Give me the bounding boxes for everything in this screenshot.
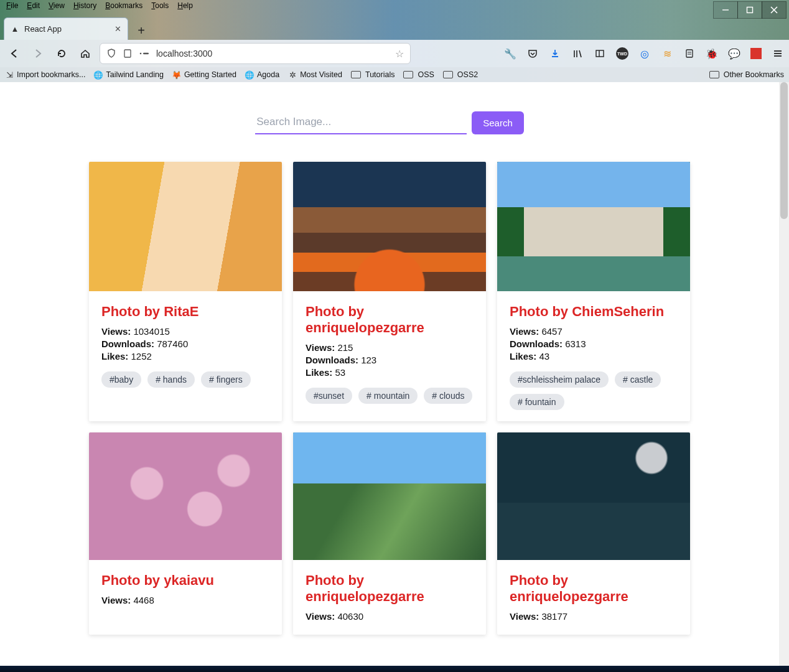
extension-blue-icon[interactable]: ◎: [638, 47, 651, 60]
tab-strip: ▲ React App ✕ +: [0, 11, 789, 40]
search-input[interactable]: [255, 111, 467, 134]
bm-getting-started[interactable]: 🦊Getting Started: [172, 70, 236, 79]
tag[interactable]: # mountain: [358, 388, 418, 404]
shield-icon: [106, 49, 116, 58]
menu-history[interactable]: History: [70, 1, 100, 11]
bm-tailwind[interactable]: 🌐Tailwind Landing: [94, 70, 163, 79]
toolbar-right: 🔧 TWD ◎ ≋ 🐞 💬: [504, 47, 784, 60]
bookmark-star-button[interactable]: ☆: [395, 48, 404, 60]
tag[interactable]: #sunset: [306, 388, 352, 404]
bm-label: Tailwind Landing: [106, 70, 163, 79]
card-body: Photo by enriquelopezgarreViews: 38177: [497, 560, 690, 635]
hamburger-menu-button[interactable]: [772, 47, 784, 60]
permissions-icon: [139, 49, 150, 58]
window-maximize-button[interactable]: [737, 1, 762, 19]
card-title[interactable]: Photo by enriquelopezgarre: [306, 304, 474, 336]
card-title[interactable]: Photo by enriquelopezgarre: [510, 572, 678, 605]
download-icon[interactable]: [549, 47, 561, 60]
menu-view[interactable]: View: [45, 1, 68, 11]
wrench-icon[interactable]: 🔧: [504, 47, 516, 60]
page-scrollbar[interactable]: [779, 82, 789, 672]
red-extension-icon[interactable]: [750, 48, 762, 59]
card-downloads: Downloads: 6313: [510, 338, 678, 349]
tag[interactable]: # clouds: [424, 388, 472, 404]
tab-react-app[interactable]: ▲ React App ✕: [4, 17, 128, 40]
card-thumbnail[interactable]: [89, 432, 282, 560]
bm-label: Most Visited: [300, 70, 342, 79]
image-card: Photo by enriquelopezgarreViews: 40630: [293, 432, 486, 635]
window-minimize-button[interactable]: [713, 1, 738, 19]
menu-bookmarks[interactable]: Bookmarks: [101, 1, 146, 11]
card-body: Photo by enriquelopezgarreViews: 40630: [293, 560, 486, 635]
extension-stripes-icon[interactable]: ≋: [661, 47, 673, 60]
sidebar-icon[interactable]: [594, 47, 606, 60]
card-title[interactable]: Photo by RitaE: [101, 304, 269, 320]
bm-folder-tutorials[interactable]: Tutorials: [351, 70, 394, 79]
window-close-button[interactable]: [762, 1, 787, 19]
card-thumbnail[interactable]: [293, 432, 486, 560]
tag[interactable]: #baby: [101, 371, 141, 388]
menu-edit[interactable]: Edit: [23, 1, 44, 11]
tag[interactable]: # fountain: [510, 394, 564, 410]
bm-label: Tutorials: [365, 70, 394, 79]
svg-rect-6: [143, 53, 149, 55]
image-card: Photo by RitaEViews: 1034015Downloads: 7…: [89, 162, 282, 421]
scrollbar-thumb[interactable]: [780, 82, 788, 219]
home-button[interactable]: [76, 44, 95, 63]
bm-import[interactable]: ⇲Import bookmarks...: [5, 70, 85, 79]
arrow-right-icon: [32, 48, 44, 59]
bm-most-visited[interactable]: ✲Most Visited: [288, 70, 342, 79]
search-bar: Search: [0, 111, 779, 134]
pocket-icon[interactable]: [526, 47, 539, 60]
bm-other-bookmarks[interactable]: Other Bookmarks: [709, 70, 784, 79]
card-title[interactable]: Photo by ChiemSeherin: [510, 304, 678, 320]
image-card: Photo by enriquelopezgarreViews: 215Down…: [293, 162, 486, 421]
chat-extension-icon[interactable]: 💬: [728, 47, 740, 60]
twd-extension-icon[interactable]: TWD: [616, 47, 628, 60]
svg-rect-10: [596, 50, 604, 57]
card-title[interactable]: Photo by ykaiavu: [101, 572, 269, 589]
forward-button[interactable]: [29, 44, 47, 63]
bm-folder-oss2[interactable]: OSS2: [443, 70, 478, 79]
card-thumbnail[interactable]: [497, 162, 690, 291]
page-icon: [123, 49, 133, 58]
card-thumbnail[interactable]: [89, 162, 282, 291]
reload-button[interactable]: [52, 44, 71, 63]
firefox-icon: 🦊: [172, 70, 181, 79]
tag[interactable]: #schleissheim palace: [510, 371, 609, 388]
menubar: File Edit View History Bookmarks Tools H…: [0, 0, 789, 11]
new-tab-button[interactable]: +: [132, 21, 151, 40]
bm-folder-oss[interactable]: OSS: [403, 70, 434, 79]
browser-chrome: File Edit View History Bookmarks Tools H…: [0, 0, 789, 82]
card-tags: #baby# hands# fingers: [101, 371, 269, 388]
card-title[interactable]: Photo by enriquelopezgarre: [306, 572, 474, 605]
menu-tools[interactable]: Tools: [147, 1, 172, 11]
card-thumbnail[interactable]: [497, 432, 690, 560]
close-icon: [770, 6, 778, 14]
notes-extension-icon[interactable]: [683, 47, 696, 60]
tag[interactable]: # fingers: [201, 371, 251, 388]
menu-file[interactable]: File: [2, 1, 22, 11]
library-icon[interactable]: [571, 47, 584, 60]
back-button[interactable]: [5, 44, 24, 63]
gear-icon: ✲: [288, 70, 297, 79]
tab-close-button[interactable]: ✕: [114, 24, 121, 34]
bm-label: Agoda: [257, 70, 279, 79]
card-likes: Likes: 1252: [101, 351, 269, 362]
card-thumbnail[interactable]: [293, 162, 486, 291]
tag[interactable]: # castle: [615, 371, 661, 388]
address-bar[interactable]: localhost:3000 ☆: [100, 43, 411, 64]
tag[interactable]: # hands: [147, 371, 195, 388]
card-views: Views: 4468: [101, 595, 269, 605]
import-icon: ⇲: [5, 70, 14, 79]
image-grid: Photo by RitaEViews: 1034015Downloads: 7…: [0, 162, 779, 635]
bookmarks-toolbar: ⇲Import bookmarks... 🌐Tailwind Landing 🦊…: [0, 67, 789, 82]
arrow-left-icon: [9, 48, 20, 59]
bug-extension-icon[interactable]: 🐞: [706, 47, 718, 60]
search-button[interactable]: Search: [472, 111, 524, 134]
menu-help[interactable]: Help: [174, 1, 197, 11]
image-card: Photo by ykaiavuViews: 4468: [89, 432, 282, 635]
bm-agoda[interactable]: 🌐Agoda: [245, 70, 279, 79]
nav-toolbar: localhost:3000 ☆ 🔧 TWD ◎ ≋ 🐞 �: [0, 40, 789, 67]
card-tags: #schleissheim palace# castle# fountain: [510, 371, 678, 410]
